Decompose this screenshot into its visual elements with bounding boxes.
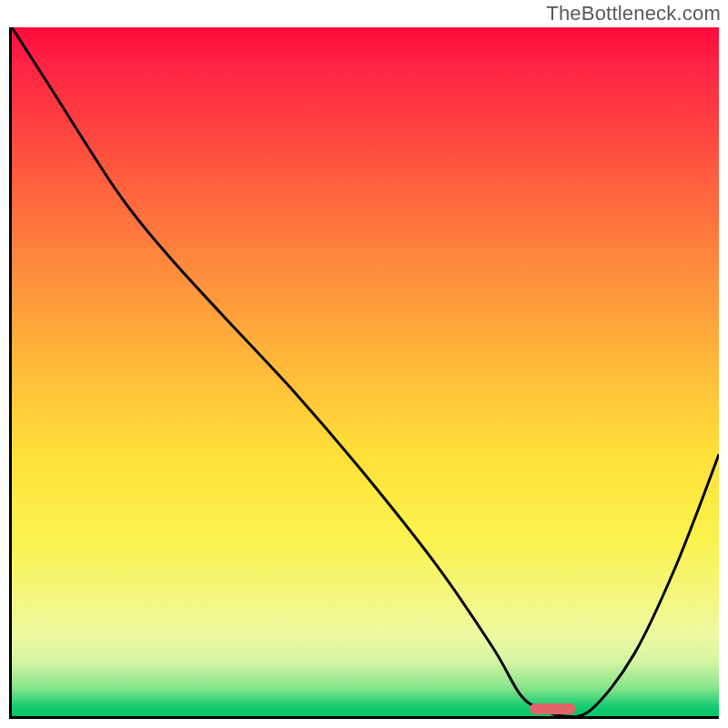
bottleneck-curve-svg	[12, 27, 719, 716]
bottleneck-curve-path	[12, 27, 719, 716]
watermark-label: TheBottleneck.com	[546, 2, 721, 25]
optimal-range-marker	[530, 703, 576, 714]
chart-plot-area	[9, 27, 719, 719]
